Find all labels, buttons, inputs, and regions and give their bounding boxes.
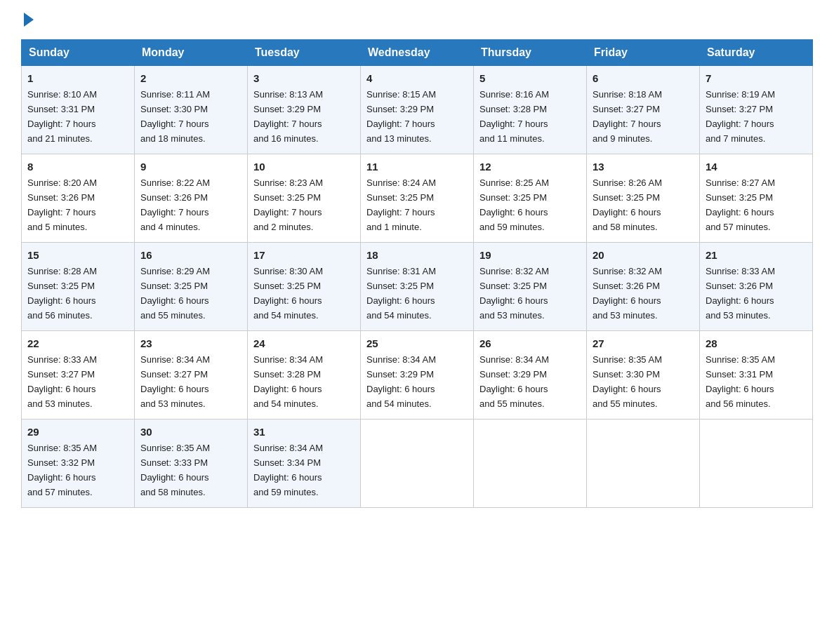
calendar-cell: 24Sunrise: 8:34 AMSunset: 3:28 PMDayligh… <box>248 330 361 419</box>
calendar-cell: 8Sunrise: 8:20 AMSunset: 3:26 PMDaylight… <box>22 154 135 242</box>
day-info: Sunrise: 8:31 AMSunset: 3:25 PMDaylight:… <box>366 266 436 321</box>
day-info: Sunrise: 8:34 AMSunset: 3:29 PMDaylight:… <box>479 354 549 409</box>
day-number: 21 <box>706 247 807 263</box>
calendar-cell <box>474 419 587 507</box>
calendar-cell: 25Sunrise: 8:34 AMSunset: 3:29 PMDayligh… <box>361 330 474 419</box>
calendar-week-row: 29Sunrise: 8:35 AMSunset: 3:32 PMDayligh… <box>22 419 813 507</box>
day-info: Sunrise: 8:32 AMSunset: 3:25 PMDaylight:… <box>479 266 549 321</box>
calendar-cell: 27Sunrise: 8:35 AMSunset: 3:30 PMDayligh… <box>587 330 700 419</box>
day-number: 19 <box>479 247 581 263</box>
calendar-cell: 5Sunrise: 8:16 AMSunset: 3:28 PMDaylight… <box>474 66 587 154</box>
day-info: Sunrise: 8:10 AMSunset: 3:31 PMDaylight:… <box>27 89 97 144</box>
day-info: Sunrise: 8:20 AMSunset: 3:26 PMDaylight:… <box>27 177 97 232</box>
day-number: 27 <box>593 335 694 351</box>
day-number: 10 <box>253 159 355 175</box>
weekday-header-sunday: Sunday <box>22 40 135 66</box>
calendar-cell: 12Sunrise: 8:25 AMSunset: 3:25 PMDayligh… <box>474 154 587 242</box>
calendar-cell: 20Sunrise: 8:32 AMSunset: 3:26 PMDayligh… <box>587 242 700 330</box>
day-info: Sunrise: 8:13 AMSunset: 3:29 PMDaylight:… <box>253 89 323 144</box>
day-info: Sunrise: 8:22 AMSunset: 3:26 PMDaylight:… <box>140 177 210 232</box>
calendar-week-row: 22Sunrise: 8:33 AMSunset: 3:27 PMDayligh… <box>22 330 813 419</box>
day-info: Sunrise: 8:25 AMSunset: 3:25 PMDaylight:… <box>479 177 549 232</box>
calendar-cell: 1Sunrise: 8:10 AMSunset: 3:31 PMDaylight… <box>22 66 135 154</box>
calendar-cell: 21Sunrise: 8:33 AMSunset: 3:26 PMDayligh… <box>700 242 813 330</box>
day-info: Sunrise: 8:34 AMSunset: 3:27 PMDaylight:… <box>140 354 210 409</box>
day-number: 28 <box>706 335 807 351</box>
calendar-cell: 6Sunrise: 8:18 AMSunset: 3:27 PMDaylight… <box>587 66 700 154</box>
calendar-cell <box>587 419 700 507</box>
calendar-cell: 23Sunrise: 8:34 AMSunset: 3:27 PMDayligh… <box>135 330 248 419</box>
day-number: 25 <box>366 335 468 351</box>
calendar-week-row: 1Sunrise: 8:10 AMSunset: 3:31 PMDaylight… <box>22 66 813 154</box>
calendar-cell: 3Sunrise: 8:13 AMSunset: 3:29 PMDaylight… <box>248 66 361 154</box>
calendar-cell: 18Sunrise: 8:31 AMSunset: 3:25 PMDayligh… <box>361 242 474 330</box>
day-info: Sunrise: 8:26 AMSunset: 3:25 PMDaylight:… <box>593 177 662 232</box>
day-info: Sunrise: 8:15 AMSunset: 3:29 PMDaylight:… <box>366 89 436 144</box>
logo-triangle-icon <box>24 13 34 27</box>
day-info: Sunrise: 8:19 AMSunset: 3:27 PMDaylight:… <box>706 89 775 144</box>
day-number: 8 <box>27 159 128 175</box>
day-info: Sunrise: 8:34 AMSunset: 3:34 PMDaylight:… <box>253 443 323 497</box>
weekday-header-tuesday: Tuesday <box>248 40 361 66</box>
day-number: 17 <box>253 247 355 263</box>
day-number: 2 <box>140 70 241 86</box>
day-number: 3 <box>253 70 355 86</box>
day-info: Sunrise: 8:33 AMSunset: 3:27 PMDaylight:… <box>27 354 97 409</box>
day-info: Sunrise: 8:18 AMSunset: 3:27 PMDaylight:… <box>593 89 662 144</box>
calendar-cell: 28Sunrise: 8:35 AMSunset: 3:31 PMDayligh… <box>700 330 813 419</box>
day-number: 11 <box>366 159 468 175</box>
logo-blue-text <box>21 14 34 27</box>
day-number: 22 <box>27 335 128 351</box>
day-number: 26 <box>479 335 581 351</box>
calendar-cell: 29Sunrise: 8:35 AMSunset: 3:32 PMDayligh… <box>22 419 135 507</box>
day-number: 5 <box>479 70 581 86</box>
calendar-cell: 19Sunrise: 8:32 AMSunset: 3:25 PMDayligh… <box>474 242 587 330</box>
day-number: 24 <box>253 335 355 351</box>
weekday-header-monday: Monday <box>135 40 248 66</box>
calendar-week-row: 8Sunrise: 8:20 AMSunset: 3:26 PMDaylight… <box>22 154 813 242</box>
weekday-header-thursday: Thursday <box>474 40 587 66</box>
weekday-header-saturday: Saturday <box>700 40 813 66</box>
day-number: 29 <box>27 424 128 440</box>
day-info: Sunrise: 8:35 AMSunset: 3:31 PMDaylight:… <box>706 354 775 409</box>
calendar-cell: 14Sunrise: 8:27 AMSunset: 3:25 PMDayligh… <box>700 154 813 242</box>
day-info: Sunrise: 8:29 AMSunset: 3:25 PMDaylight:… <box>140 266 210 321</box>
day-info: Sunrise: 8:27 AMSunset: 3:25 PMDaylight:… <box>706 177 775 232</box>
calendar-week-row: 15Sunrise: 8:28 AMSunset: 3:25 PMDayligh… <box>22 242 813 330</box>
day-number: 16 <box>140 247 241 263</box>
calendar-cell: 4Sunrise: 8:15 AMSunset: 3:29 PMDaylight… <box>361 66 474 154</box>
calendar-cell: 30Sunrise: 8:35 AMSunset: 3:33 PMDayligh… <box>135 419 248 507</box>
day-info: Sunrise: 8:30 AMSunset: 3:25 PMDaylight:… <box>253 266 323 321</box>
logo <box>21 14 34 27</box>
calendar-cell: 9Sunrise: 8:22 AMSunset: 3:26 PMDaylight… <box>135 154 248 242</box>
day-number: 4 <box>366 70 468 86</box>
day-number: 18 <box>366 247 468 263</box>
calendar-cell: 13Sunrise: 8:26 AMSunset: 3:25 PMDayligh… <box>587 154 700 242</box>
calendar-cell: 26Sunrise: 8:34 AMSunset: 3:29 PMDayligh… <box>474 330 587 419</box>
calendar-cell: 15Sunrise: 8:28 AMSunset: 3:25 PMDayligh… <box>22 242 135 330</box>
calendar-table: SundayMondayTuesdayWednesdayThursdayFrid… <box>21 39 813 508</box>
day-info: Sunrise: 8:24 AMSunset: 3:25 PMDaylight:… <box>366 177 436 232</box>
calendar-cell: 31Sunrise: 8:34 AMSunset: 3:34 PMDayligh… <box>248 419 361 507</box>
day-info: Sunrise: 8:32 AMSunset: 3:26 PMDaylight:… <box>593 266 662 321</box>
calendar-cell: 10Sunrise: 8:23 AMSunset: 3:25 PMDayligh… <box>248 154 361 242</box>
day-number: 23 <box>140 335 241 351</box>
calendar-cell <box>700 419 813 507</box>
day-number: 30 <box>140 424 241 440</box>
day-info: Sunrise: 8:35 AMSunset: 3:30 PMDaylight:… <box>593 354 662 409</box>
calendar-cell: 17Sunrise: 8:30 AMSunset: 3:25 PMDayligh… <box>248 242 361 330</box>
page-header <box>21 14 813 27</box>
day-info: Sunrise: 8:33 AMSunset: 3:26 PMDaylight:… <box>706 266 775 321</box>
day-number: 7 <box>706 70 807 86</box>
day-number: 13 <box>593 159 694 175</box>
day-info: Sunrise: 8:35 AMSunset: 3:32 PMDaylight:… <box>27 443 97 497</box>
day-number: 6 <box>593 70 694 86</box>
calendar-cell: 22Sunrise: 8:33 AMSunset: 3:27 PMDayligh… <box>22 330 135 419</box>
day-number: 9 <box>140 159 241 175</box>
day-number: 31 <box>253 424 355 440</box>
calendar-cell: 16Sunrise: 8:29 AMSunset: 3:25 PMDayligh… <box>135 242 248 330</box>
day-number: 1 <box>27 70 128 86</box>
weekday-header-row: SundayMondayTuesdayWednesdayThursdayFrid… <box>22 40 813 66</box>
calendar-cell: 11Sunrise: 8:24 AMSunset: 3:25 PMDayligh… <box>361 154 474 242</box>
day-info: Sunrise: 8:23 AMSunset: 3:25 PMDaylight:… <box>253 177 323 232</box>
